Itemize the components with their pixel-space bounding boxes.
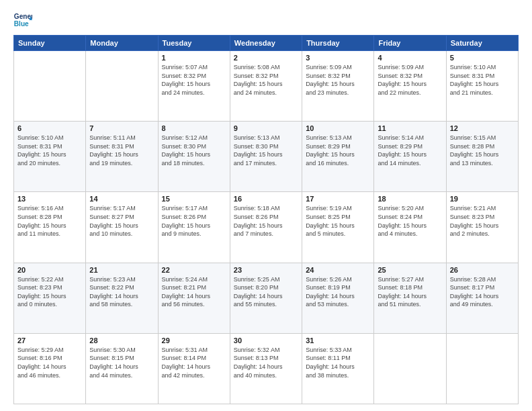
day-number: 7 <box>89 124 154 132</box>
empty-cell <box>14 51 86 122</box>
day-number: 26 <box>450 266 515 274</box>
day-info: Sunrise: 5:15 AMSunset: 8:28 PMDaylight:… <box>450 134 515 167</box>
day-info: Sunrise: 5:30 AMSunset: 8:15 PMDaylight:… <box>89 346 154 379</box>
day-number: 11 <box>378 124 442 132</box>
day-cell-24: 24Sunrise: 5:26 AMSunset: 8:19 PMDayligh… <box>302 263 374 333</box>
weekday-header-row: SundayMondayTuesdayWednesdayThursdayFrid… <box>14 36 519 51</box>
day-number: 12 <box>450 124 515 132</box>
day-info: Sunrise: 5:10 AMSunset: 8:31 PMDaylight:… <box>17 134 82 167</box>
day-cell-3: 3Sunrise: 5:09 AMSunset: 8:32 PMDaylight… <box>302 51 374 122</box>
day-cell-15: 15Sunrise: 5:17 AMSunset: 8:26 PMDayligh… <box>158 192 230 263</box>
weekday-thursday: Thursday <box>302 36 374 51</box>
day-info: Sunrise: 5:08 AMSunset: 8:32 PMDaylight:… <box>234 63 298 97</box>
week-row-2: 6Sunrise: 5:10 AMSunset: 8:31 PMDaylight… <box>14 122 519 192</box>
weekday-sunday: Sunday <box>14 36 86 51</box>
day-cell-19: 19Sunrise: 5:21 AMSunset: 8:23 PMDayligh… <box>446 192 518 263</box>
day-info: Sunrise: 5:09 AMSunset: 8:32 PMDaylight:… <box>378 63 442 97</box>
day-info: Sunrise: 5:20 AMSunset: 8:24 PMDaylight:… <box>378 204 442 238</box>
day-cell-22: 22Sunrise: 5:24 AMSunset: 8:21 PMDayligh… <box>158 263 230 333</box>
day-cell-27: 27Sunrise: 5:29 AMSunset: 8:16 PMDayligh… <box>14 333 86 404</box>
day-info: Sunrise: 5:31 AMSunset: 8:14 PMDaylight:… <box>162 346 226 379</box>
day-cell-5: 5Sunrise: 5:10 AMSunset: 8:31 PMDaylight… <box>446 51 518 122</box>
calendar-table: SundayMondayTuesdayWednesdayThursdayFrid… <box>13 35 519 404</box>
day-cell-4: 4Sunrise: 5:09 AMSunset: 8:32 PMDaylight… <box>374 51 446 122</box>
week-row-1: 1Sunrise: 5:07 AMSunset: 8:32 PMDaylight… <box>14 51 519 122</box>
day-cell-2: 2Sunrise: 5:08 AMSunset: 8:32 PMDaylight… <box>230 51 302 122</box>
day-number: 24 <box>306 266 370 274</box>
day-cell-1: 1Sunrise: 5:07 AMSunset: 8:32 PMDaylight… <box>158 51 230 122</box>
day-info: Sunrise: 5:24 AMSunset: 8:21 PMDaylight:… <box>162 275 226 309</box>
day-number: 1 <box>162 54 226 62</box>
day-cell-10: 10Sunrise: 5:13 AMSunset: 8:29 PMDayligh… <box>302 122 374 192</box>
day-number: 3 <box>306 54 370 62</box>
day-number: 19 <box>450 195 515 203</box>
day-cell-25: 25Sunrise: 5:27 AMSunset: 8:18 PMDayligh… <box>374 263 446 333</box>
day-number: 9 <box>234 124 298 132</box>
day-number: 4 <box>378 54 442 62</box>
day-number: 27 <box>17 336 82 345</box>
day-info: Sunrise: 5:19 AMSunset: 8:25 PMDaylight:… <box>306 204 370 238</box>
day-number: 23 <box>234 266 298 274</box>
empty-cell <box>86 51 158 122</box>
day-number: 20 <box>17 266 82 274</box>
day-number: 15 <box>162 195 226 203</box>
day-info: Sunrise: 5:10 AMSunset: 8:31 PMDaylight:… <box>450 63 515 97</box>
day-number: 28 <box>89 336 154 345</box>
day-number: 25 <box>378 266 442 274</box>
logo: General Blue <box>13 11 32 30</box>
page-header: General Blue <box>13 11 519 30</box>
day-number: 5 <box>450 54 515 62</box>
day-number: 22 <box>162 266 226 274</box>
day-cell-18: 18Sunrise: 5:20 AMSunset: 8:24 PMDayligh… <box>374 192 446 263</box>
day-cell-9: 9Sunrise: 5:13 AMSunset: 8:30 PMDaylight… <box>230 122 302 192</box>
empty-cell <box>374 333 446 404</box>
day-info: Sunrise: 5:16 AMSunset: 8:28 PMDaylight:… <box>17 204 82 238</box>
day-cell-17: 17Sunrise: 5:19 AMSunset: 8:25 PMDayligh… <box>302 192 374 263</box>
day-cell-20: 20Sunrise: 5:22 AMSunset: 8:23 PMDayligh… <box>14 263 86 333</box>
day-number: 13 <box>17 195 82 203</box>
weekday-wednesday: Wednesday <box>230 36 302 51</box>
day-info: Sunrise: 5:27 AMSunset: 8:18 PMDaylight:… <box>378 275 442 309</box>
day-info: Sunrise: 5:13 AMSunset: 8:30 PMDaylight:… <box>234 134 298 167</box>
day-info: Sunrise: 5:13 AMSunset: 8:29 PMDaylight:… <box>306 134 370 167</box>
weekday-monday: Monday <box>86 36 158 51</box>
day-number: 16 <box>234 195 298 203</box>
day-info: Sunrise: 5:18 AMSunset: 8:26 PMDaylight:… <box>234 204 298 238</box>
day-cell-7: 7Sunrise: 5:11 AMSunset: 8:31 PMDaylight… <box>86 122 158 192</box>
day-number: 30 <box>234 336 298 345</box>
day-info: Sunrise: 5:07 AMSunset: 8:32 PMDaylight:… <box>162 63 226 97</box>
day-info: Sunrise: 5:17 AMSunset: 8:26 PMDaylight:… <box>162 204 226 238</box>
day-number: 6 <box>17 124 82 132</box>
weekday-tuesday: Tuesday <box>158 36 230 51</box>
day-info: Sunrise: 5:11 AMSunset: 8:31 PMDaylight:… <box>89 134 154 167</box>
day-number: 17 <box>306 195 370 203</box>
day-number: 10 <box>306 124 370 132</box>
day-cell-21: 21Sunrise: 5:23 AMSunset: 8:22 PMDayligh… <box>86 263 158 333</box>
day-info: Sunrise: 5:23 AMSunset: 8:22 PMDaylight:… <box>89 275 154 309</box>
day-info: Sunrise: 5:26 AMSunset: 8:19 PMDaylight:… <box>306 275 370 309</box>
day-cell-14: 14Sunrise: 5:17 AMSunset: 8:27 PMDayligh… <box>86 192 158 263</box>
day-info: Sunrise: 5:17 AMSunset: 8:27 PMDaylight:… <box>89 204 154 238</box>
day-number: 18 <box>378 195 442 203</box>
logo-icon: General Blue <box>13 11 32 30</box>
day-cell-13: 13Sunrise: 5:16 AMSunset: 8:28 PMDayligh… <box>14 192 86 263</box>
day-number: 2 <box>234 54 298 62</box>
day-info: Sunrise: 5:22 AMSunset: 8:23 PMDaylight:… <box>17 275 82 309</box>
day-cell-6: 6Sunrise: 5:10 AMSunset: 8:31 PMDaylight… <box>14 122 86 192</box>
day-cell-28: 28Sunrise: 5:30 AMSunset: 8:15 PMDayligh… <box>86 333 158 404</box>
day-info: Sunrise: 5:09 AMSunset: 8:32 PMDaylight:… <box>306 63 370 97</box>
day-number: 31 <box>306 336 370 345</box>
day-number: 8 <box>162 124 226 132</box>
svg-text:Blue: Blue <box>14 20 29 28</box>
day-info: Sunrise: 5:28 AMSunset: 8:17 PMDaylight:… <box>450 275 515 309</box>
day-cell-12: 12Sunrise: 5:15 AMSunset: 8:28 PMDayligh… <box>446 122 518 192</box>
day-info: Sunrise: 5:29 AMSunset: 8:16 PMDaylight:… <box>17 346 82 379</box>
day-cell-30: 30Sunrise: 5:32 AMSunset: 8:13 PMDayligh… <box>230 333 302 404</box>
day-number: 21 <box>89 266 154 274</box>
empty-cell <box>446 333 518 404</box>
week-row-5: 27Sunrise: 5:29 AMSunset: 8:16 PMDayligh… <box>14 333 519 404</box>
day-cell-26: 26Sunrise: 5:28 AMSunset: 8:17 PMDayligh… <box>446 263 518 333</box>
day-number: 14 <box>89 195 154 203</box>
day-cell-23: 23Sunrise: 5:25 AMSunset: 8:20 PMDayligh… <box>230 263 302 333</box>
weekday-friday: Friday <box>374 36 446 51</box>
